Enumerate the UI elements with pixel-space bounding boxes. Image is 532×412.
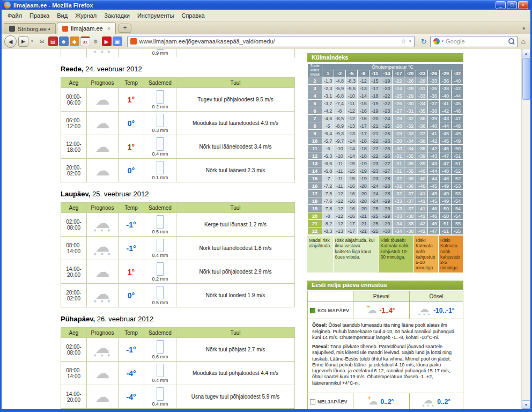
windchill-legend-cell: Madal risk alajahtuda. bbox=[307, 236, 334, 273]
minimize-button[interactable]: _ bbox=[496, 1, 506, 9]
clipped-forecast-table: ☁∗ ∗ ∗0.9 mm bbox=[61, 49, 295, 57]
four-day-row-wednesday[interactable]: KOLMAPÄEV☀☁-1..4°☁∗ ∗ ∗-10..-1° bbox=[308, 302, 463, 319]
close-button[interactable]: × bbox=[518, 1, 528, 9]
menu-help[interactable]: Справка bbox=[178, 11, 208, 20]
windchill-value-cell: -48 bbox=[440, 175, 452, 182]
four-day-row-thursday[interactable]: NELJAPÄEV☀☁0..2°☁∗ ∗ ∗0..2° bbox=[308, 393, 463, 409]
windchill-value-cell: -19 bbox=[381, 77, 393, 85]
reload-button[interactable]: ↻ bbox=[419, 38, 428, 46]
google-engine-icon[interactable] bbox=[433, 38, 440, 45]
precip-amount: 0.4 mm bbox=[144, 253, 176, 258]
windchill-value-cell: -50 bbox=[440, 205, 452, 212]
scroll-up-icon[interactable]: ▲ bbox=[522, 49, 530, 57]
temperature-column-header: -17 bbox=[393, 70, 404, 77]
precipitation-cell: 0.9 mm bbox=[144, 49, 176, 57]
windchill-legend-cell: Risk! Katmata nahk kahjustub 5-10 minuti… bbox=[414, 236, 439, 273]
windchill-value-cell: -21 bbox=[357, 227, 369, 235]
search-engine-dropdown-icon[interactable]: ▾ bbox=[442, 39, 444, 43]
youtube-icon[interactable]: ▶ bbox=[102, 36, 112, 46]
night-label: Öösel: bbox=[312, 322, 327, 328]
url-text[interactable]: www.ilmajaam.ee/jõgevamaa/kasepää_vald/o… bbox=[139, 38, 398, 45]
precipitation-cell: 0.4 mm bbox=[144, 362, 176, 385]
expanded-toggle-icon[interactable] bbox=[310, 308, 315, 313]
tab-close-icon[interactable]: × bbox=[107, 25, 110, 32]
cloud-icon: ☁ bbox=[95, 265, 109, 279]
windchill-value-cell: -50 bbox=[440, 212, 452, 220]
menu-bookmarks[interactable]: Закладки bbox=[100, 11, 134, 20]
day-text: Täna pilvkate tiheneb. Pärastlõunal jõua… bbox=[312, 344, 452, 386]
restore-button[interactable]: □ bbox=[507, 1, 517, 9]
wind-cell: Mõõdukas tuul põhjaloodest 4.4 m/s bbox=[176, 362, 295, 385]
temperature-cell: -4° bbox=[119, 362, 144, 385]
wind-speed-cell: 6 bbox=[308, 107, 322, 115]
windchill-value-cell: -40 bbox=[451, 77, 463, 85]
windchill-value-cell: -41 bbox=[440, 100, 452, 107]
bookmark-star-icon[interactable]: ☆ bbox=[401, 38, 407, 45]
calendar-icon[interactable]: 31 bbox=[80, 36, 90, 46]
menu-edit[interactable]: Правка bbox=[26, 11, 53, 20]
contacts-icon[interactable]: ☻ bbox=[59, 36, 69, 46]
menu-view[interactable]: Вид bbox=[53, 11, 71, 20]
windchill-value-cell: -8 bbox=[334, 107, 345, 115]
wind-speed-cell: 8 bbox=[308, 122, 322, 130]
home-button[interactable]: ⌂ bbox=[519, 37, 528, 46]
wind-speed-cell: 5 bbox=[308, 100, 322, 107]
journal-icon[interactable]: ▤ bbox=[48, 36, 58, 46]
windchill-value-cell: -16 bbox=[345, 205, 357, 212]
tab-favicon bbox=[9, 26, 15, 32]
tab-list-button[interactable]: ▾ bbox=[519, 26, 528, 34]
windchill-row: 2-1,3-4,8-8,3-12-15-19-22-26-29-33-36-40 bbox=[308, 77, 463, 85]
search-placeholder[interactable]: Google bbox=[446, 38, 506, 45]
photos-icon[interactable]: ▣ bbox=[113, 36, 122, 46]
precip-bar-icon bbox=[157, 262, 164, 276]
windchill-value-cell: -28 bbox=[381, 182, 393, 190]
forecast-row: 02:00-08:00☁∗ ∗ ∗-1°0.5 mmKerge tuul lõu… bbox=[61, 213, 295, 237]
feed-icon[interactable]: ◆ bbox=[70, 36, 79, 46]
windchill-value-cell: -29 bbox=[381, 197, 393, 205]
snowflakes-icon: ∗ ∗ ∗ bbox=[422, 404, 434, 407]
wind-cell: Nõrk tuul lääneloodest 1.8 m/s bbox=[176, 237, 295, 260]
condition-icon-cell: ☁ bbox=[87, 159, 119, 182]
windchill-value-cell: -12 bbox=[334, 220, 345, 227]
scrollbar-thumb[interactable] bbox=[522, 58, 530, 100]
temperature-cell: 0° bbox=[119, 159, 144, 182]
search-box[interactable]: ▾ Google bbox=[430, 36, 518, 47]
new-tab-button[interactable]: + bbox=[119, 24, 131, 33]
condition-icon-cell: ☁ bbox=[87, 112, 119, 135]
windchill-value-cell: -47 bbox=[428, 227, 440, 235]
vertical-scrollbar[interactable]: ▲ ▼ bbox=[521, 49, 530, 409]
mail-icon[interactable]: ✉ bbox=[38, 36, 47, 46]
windchill-legend-cell: Risk tõuseb! Katmata nahk kahjustub 10-3… bbox=[379, 236, 414, 273]
address-bar[interactable]: www.ilmajaam.ee/jõgevamaa/kasepää_vald/o… bbox=[127, 36, 415, 47]
browser-window: Ilmajaam.ee - Mozilla Firefox _ □ × Файл… bbox=[0, 0, 532, 412]
forecast-table-saturday: AegPrognoosTempSademedTuul02:00-08:00☁∗ … bbox=[61, 202, 295, 307]
title-bar[interactable]: Ilmajaam.ee - Mozilla Firefox _ □ × bbox=[2, 0, 530, 10]
scroll-down-icon[interactable]: ▼ bbox=[522, 400, 530, 409]
wind-speed-cell: 2 bbox=[308, 77, 322, 85]
back-button[interactable]: ◀ bbox=[4, 35, 17, 48]
forecast-row: 08:00-14:00☁-4°0.4 mmMõõdukas tuul põhja… bbox=[61, 362, 295, 385]
sun-icon: ☀ bbox=[367, 396, 372, 401]
precip-bar-icon bbox=[157, 49, 164, 50]
windchill-value-cell: -14 bbox=[345, 152, 357, 160]
menu-tools[interactable]: Инструменты bbox=[134, 11, 178, 20]
weather-snow-icon: ☁∗ ∗ ∗ bbox=[93, 287, 112, 304]
temperature-column-header: -5 bbox=[345, 70, 357, 77]
menu-history[interactable]: Журнал bbox=[71, 11, 100, 20]
windchill-row: 22-8,3-13-17-21-25-30-34-38-42-47-51-55 bbox=[308, 227, 463, 235]
condition-icon-cell: ☁∗ ∗ ∗ bbox=[87, 49, 119, 57]
windchill-legend-cell: Risk alajahtuda, kui ilma vastava kaitse… bbox=[334, 236, 379, 273]
collapsed-toggle-icon[interactable] bbox=[310, 399, 315, 404]
tab-ilmajaam[interactable]: Ilmajaam.ee × bbox=[57, 23, 116, 34]
menu-file[interactable]: Файл bbox=[4, 11, 26, 20]
day-date: 25. veebruar 2012 bbox=[90, 190, 149, 198]
url-dropdown-icon[interactable]: ▾ bbox=[409, 39, 411, 43]
search-magnifier-icon[interactable] bbox=[508, 38, 514, 45]
wind-cell: Nõrk tuul põhjaloodest 2.9 m/s bbox=[176, 260, 295, 284]
windchill-value-cell: -27 bbox=[393, 107, 404, 115]
tab-striborg[interactable]: Striborg.ee • bbox=[4, 23, 56, 34]
history-dropdown-icon[interactable]: ▾ bbox=[30, 39, 34, 43]
windchill-value-cell: -21 bbox=[357, 220, 369, 227]
forward-button[interactable]: ▶ bbox=[18, 36, 28, 47]
settings-icon[interactable]: ⚙ bbox=[91, 36, 101, 46]
